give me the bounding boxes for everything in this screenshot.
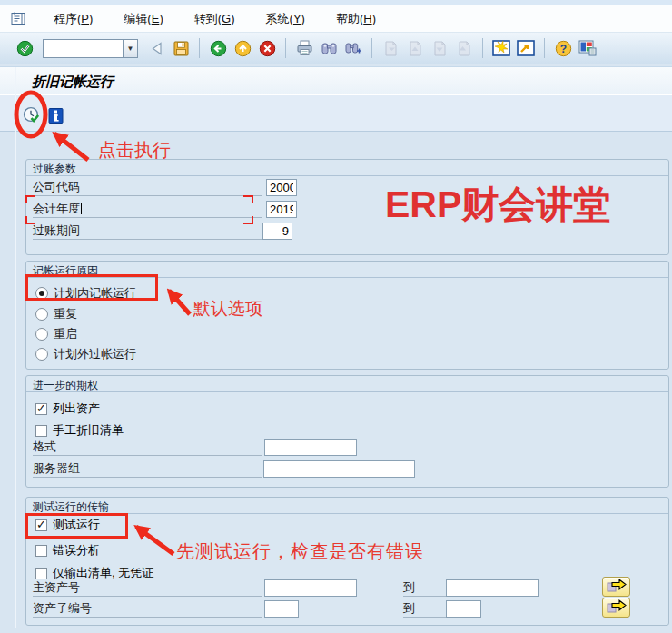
application-toolbar (0, 94, 672, 132)
section-posting-parameters: 过账参数 公司代码 会计年度 过账期间 (25, 159, 669, 255)
checkbox[interactable] (35, 403, 47, 415)
help-icon[interactable]: ? (553, 38, 573, 58)
window-inner-border (15, 67, 16, 628)
form-row: 过账期间 (26, 223, 668, 241)
radio-button[interactable] (35, 308, 48, 321)
range-row-main-asset: 主资产号 到 (26, 579, 668, 598)
toolbar-separator (544, 38, 545, 58)
command-field: ▼ (43, 39, 138, 58)
menu-bar: 程序(P) 编辑(E) 转到(G) 系统(Y) 帮助(H) (0, 5, 672, 33)
checkbox-list-assets[interactable]: 列出资产 (26, 401, 100, 417)
checkbox-test-run[interactable]: 测试运行 (26, 517, 100, 533)
subasset-to-input[interactable] (446, 600, 481, 618)
enter-icon[interactable] (15, 38, 35, 58)
new-session-icon[interactable] (491, 38, 511, 58)
company-code-input[interactable] (266, 179, 297, 196)
checkbox-manual-depreciation-list[interactable]: 手工折旧清单 (26, 422, 124, 439)
next-page-icon[interactable] (430, 38, 450, 58)
form-row: 服务器组 (26, 460, 668, 479)
checkbox[interactable] (35, 519, 47, 531)
section-title: 进一步的期权 (26, 376, 668, 392)
previous-page-icon[interactable] (405, 38, 425, 58)
to-label: 到 (403, 579, 446, 597)
server-group-input[interactable] (263, 460, 415, 478)
range-row-asset-subnumber: 资产子编号 到 (26, 600, 668, 618)
radio-button[interactable] (35, 348, 48, 361)
first-page-icon[interactable] (380, 38, 400, 58)
form-row: 格式 (26, 439, 668, 457)
menu-goto[interactable]: 转到(G) (189, 8, 241, 30)
main-asset-to-input[interactable] (446, 579, 539, 597)
page-title: 折旧记帐运行 (32, 74, 114, 91)
section-title: 过账参数 (26, 160, 668, 176)
checkbox-label: 错误分析 (53, 542, 100, 559)
fiscal-year-label: 会计年度 (33, 201, 262, 218)
company-code-label: 公司代码 (33, 179, 262, 196)
checkbox-label: 测试运行 (53, 517, 100, 533)
subasset-from-input[interactable] (264, 600, 299, 618)
format-label: 格式 (33, 439, 262, 456)
radio-label: 重复 (54, 306, 77, 322)
generate-shortcut-icon[interactable] (516, 38, 536, 58)
click-execute-arrow (54, 134, 88, 160)
checkbox[interactable] (35, 568, 47, 579)
toolbar-separator (199, 38, 200, 58)
menu-program[interactable]: 程序(P) (48, 8, 98, 30)
toolbar-separator (371, 38, 372, 58)
back-nav-icon[interactable] (208, 38, 228, 58)
radio-label: 计划内记帐运行 (54, 285, 136, 302)
section-title: 测试运行的传输 (26, 498, 668, 514)
posting-period-label: 过账期间 (33, 223, 262, 240)
sap-gui-window: 程序(P) 编辑(E) 转到(G) 系统(Y) 帮助(H) ▼ (0, 0, 672, 633)
radio-option-unplanned-run[interactable]: 计划外过帐运行 (26, 346, 668, 362)
main-asset-multiselect-button[interactable] (602, 577, 630, 597)
system-menu-icon[interactable] (11, 12, 26, 25)
main-asset-from-input[interactable] (264, 579, 357, 597)
toolbar-separator (285, 38, 286, 58)
checkbox-label: 列出资产 (53, 401, 100, 417)
screen-title-bar: 折旧记帐运行 (0, 66, 672, 94)
subasset-multiselect-button[interactable] (602, 598, 630, 618)
command-input[interactable] (43, 39, 123, 58)
menu-system[interactable]: 系统(Y) (261, 8, 311, 30)
checkbox-error-analysis[interactable]: 错误分析 (26, 542, 100, 559)
section-further-options: 进一步的期权 列出资产 手工折旧清单 格式 服务器组 (25, 375, 669, 488)
section-test-run: 测试运行的传输 测试运行 错误分析 仅输出清单, 无凭证 主资产号 到 资产子编… (25, 497, 669, 626)
cancel-icon[interactable] (257, 38, 277, 58)
last-page-icon[interactable] (454, 38, 474, 58)
toolbar-separator (482, 38, 483, 58)
standard-toolbar: ▼ (0, 33, 672, 64)
print-icon[interactable] (294, 38, 314, 58)
text-cursor (81, 203, 82, 214)
customize-layout-icon[interactable] (578, 38, 598, 58)
form-row: 会计年度 (26, 201, 668, 219)
section-posting-run-reason: 记帐运行原因 计划内记帐运行 重复 重启 计划外过帐运行 (25, 261, 669, 370)
command-dropdown-icon[interactable]: ▼ (123, 39, 138, 58)
form-row: 公司代码 (26, 179, 668, 197)
asset-subnumber-label: 资产子编号 (33, 600, 262, 618)
menu-edit[interactable]: 编辑(E) (118, 8, 168, 30)
svg-text:?: ? (559, 43, 566, 55)
info-icon[interactable] (48, 107, 64, 124)
find-next-icon[interactable] (343, 38, 363, 58)
fiscal-year-input[interactable] (266, 201, 297, 218)
radio-option-repeat[interactable]: 重复 (26, 306, 668, 322)
menu-help[interactable]: 帮助(H) (331, 8, 381, 30)
section-title: 记帐运行原因 (26, 262, 668, 278)
find-icon[interactable] (319, 38, 339, 58)
posting-period-input[interactable] (262, 223, 292, 240)
back-icon[interactable] (146, 38, 166, 58)
exit-icon[interactable] (232, 38, 252, 58)
format-input[interactable] (264, 439, 357, 456)
radio-button[interactable] (35, 287, 48, 300)
checkbox-label: 手工折旧清单 (53, 422, 124, 439)
to-label: 到 (403, 600, 446, 618)
checkbox[interactable] (35, 545, 47, 557)
save-icon[interactable] (171, 38, 191, 58)
checkbox[interactable] (35, 425, 47, 437)
radio-option-planned-run[interactable]: 计划内记帐运行 (26, 285, 668, 302)
execute-icon[interactable] (23, 106, 41, 124)
main-asset-label: 主资产号 (33, 579, 262, 597)
radio-option-restart[interactable]: 重启 (26, 326, 668, 342)
radio-button[interactable] (35, 328, 48, 341)
